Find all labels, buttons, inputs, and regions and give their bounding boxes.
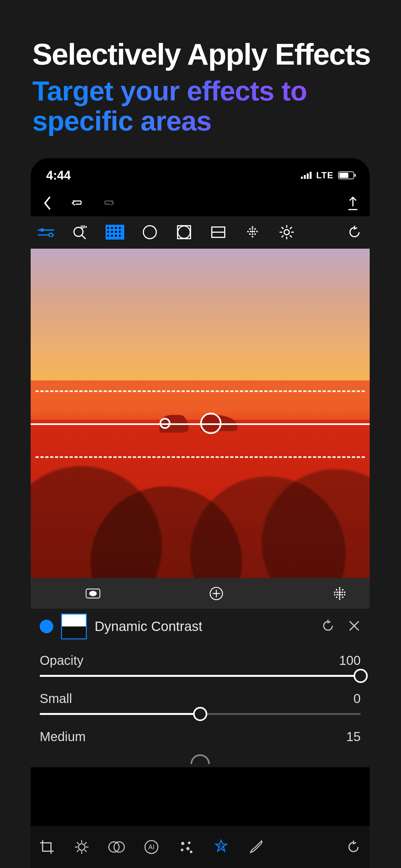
svg-line-46 <box>290 227 292 229</box>
svg-point-9 <box>107 227 109 229</box>
sliders-panel: Opacity 100 Small 0 Medium 15 <box>31 644 370 767</box>
pan-zoom-icon[interactable] <box>71 223 89 241</box>
reset-icon[interactable] <box>346 223 363 241</box>
svg-line-81 <box>77 850 79 852</box>
mask-layer-icon[interactable] <box>86 586 100 601</box>
svg-line-45 <box>290 236 292 237</box>
settings-gear-icon[interactable] <box>278 223 296 241</box>
dots-grid-icon[interactable] <box>244 223 261 241</box>
svg-point-35 <box>249 234 251 235</box>
circle-mask-icon[interactable] <box>141 223 158 241</box>
svg-point-21 <box>143 226 156 239</box>
linear-mask-icon[interactable] <box>210 223 227 241</box>
svg-line-47 <box>281 236 283 237</box>
gradient-guide-bottom[interactable] <box>35 456 365 458</box>
status-time: 4:44 <box>46 168 71 182</box>
svg-point-29 <box>254 228 256 230</box>
svg-point-54 <box>336 589 337 591</box>
redo-icon[interactable] <box>101 196 115 210</box>
svg-point-33 <box>254 231 255 232</box>
slider-medium: Medium 15 <box>40 730 361 744</box>
ai-icon[interactable]: AI <box>142 837 161 857</box>
svg-point-57 <box>334 591 335 593</box>
status-bar: 4:44 LTE <box>31 158 370 187</box>
svg-point-86 <box>181 842 184 845</box>
svg-point-53 <box>339 587 341 589</box>
svg-point-70 <box>339 598 341 600</box>
svg-point-12 <box>119 227 121 229</box>
slider-value: 15 <box>346 730 361 744</box>
svg-point-65 <box>341 594 343 595</box>
exposure-icon[interactable] <box>72 837 91 857</box>
slider-value: 0 <box>353 691 361 706</box>
svg-point-66 <box>344 594 345 595</box>
slider-track[interactable] <box>40 675 361 677</box>
effect-color-dot[interactable] <box>40 620 53 633</box>
svg-point-26 <box>252 226 253 228</box>
svg-point-49 <box>89 591 97 596</box>
effect-thumbnail[interactable] <box>61 614 87 640</box>
image-canvas[interactable] <box>31 249 370 578</box>
add-layer-icon[interactable] <box>209 586 224 601</box>
svg-point-37 <box>254 234 256 235</box>
svg-point-63 <box>336 594 338 595</box>
slider-knob[interactable] <box>193 707 207 721</box>
svg-point-34 <box>256 231 258 232</box>
slider-track[interactable] <box>40 713 361 715</box>
mask-tools-bar <box>31 216 370 249</box>
svg-point-87 <box>188 841 190 844</box>
svg-point-15 <box>115 231 117 233</box>
reset-bottom-icon[interactable] <box>344 837 363 857</box>
svg-point-5 <box>49 233 53 237</box>
promo-subtitle: Target your effects to specific areas <box>32 76 307 136</box>
overlap-circles-icon[interactable] <box>107 837 126 857</box>
svg-point-88 <box>181 848 183 851</box>
svg-point-68 <box>339 596 341 598</box>
svg-point-32 <box>251 230 253 232</box>
layer-bar <box>31 578 370 609</box>
slider-knob[interactable] <box>353 669 368 683</box>
gradient-guide-top[interactable] <box>35 391 365 392</box>
close-icon[interactable] <box>348 619 361 633</box>
fx-icon[interactable]: FX <box>212 837 231 857</box>
export-icon[interactable] <box>346 196 360 210</box>
svg-line-44 <box>281 227 283 229</box>
svg-point-36 <box>252 234 253 235</box>
reset-effect-icon[interactable] <box>321 619 335 634</box>
adjust-icon[interactable] <box>37 223 55 241</box>
svg-point-14 <box>111 231 113 233</box>
svg-point-61 <box>344 591 345 593</box>
svg-point-3 <box>40 228 44 232</box>
gradient-handle-small[interactable] <box>159 418 171 429</box>
blend-dots-icon[interactable] <box>332 586 347 601</box>
svg-point-39 <box>284 229 289 235</box>
scatter-dots-icon[interactable] <box>177 837 196 857</box>
svg-point-27 <box>249 228 251 230</box>
crop-icon[interactable] <box>37 837 57 857</box>
grid-mask-icon[interactable] <box>105 225 124 240</box>
svg-point-19 <box>115 235 117 237</box>
preview-arc-icon <box>40 751 361 764</box>
svg-point-62 <box>334 594 335 595</box>
undo-icon[interactable] <box>71 196 85 210</box>
svg-point-17 <box>107 235 109 237</box>
slider-value: 100 <box>339 653 361 668</box>
svg-point-58 <box>336 591 338 593</box>
effect-header: Dynamic Contrast <box>31 609 370 644</box>
rounded-square-mask-icon[interactable] <box>175 223 193 241</box>
phone-frame: 4:44 LTE <box>31 158 370 868</box>
svg-point-69 <box>342 596 343 598</box>
svg-point-38 <box>252 236 253 238</box>
battery-icon <box>338 172 354 179</box>
svg-point-6 <box>74 227 83 237</box>
gradient-handle-large[interactable] <box>200 413 221 434</box>
brush-icon[interactable] <box>246 837 266 857</box>
svg-point-31 <box>250 231 251 232</box>
svg-point-59 <box>339 591 341 593</box>
effect-name: Dynamic Contrast <box>95 619 313 634</box>
back-icon[interactable] <box>40 196 55 210</box>
svg-point-18 <box>111 235 113 237</box>
svg-line-80 <box>85 842 87 844</box>
svg-text:FX: FX <box>219 844 224 849</box>
slider-label: Medium <box>40 730 86 744</box>
